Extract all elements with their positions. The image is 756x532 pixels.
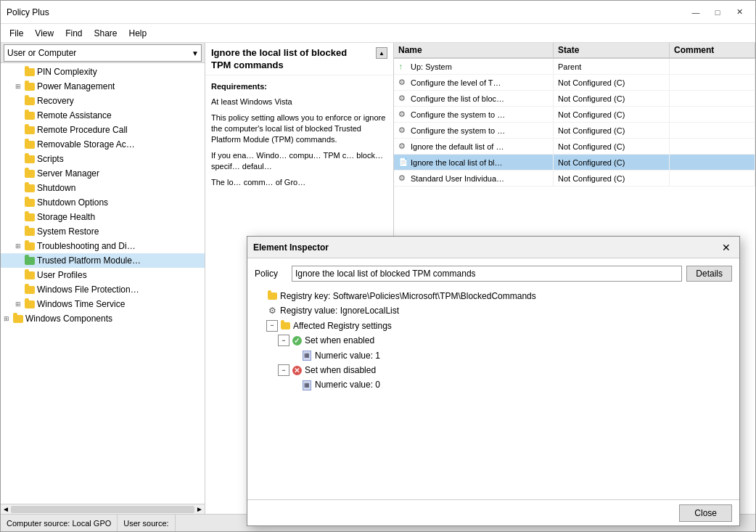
- cell-name-r5: ⚙ Ignore the default list of …: [394, 139, 554, 154]
- tree-expander-troubleshoot[interactable]: ⊞: [12, 240, 24, 252]
- cell-state-r2: Not Configured (C): [554, 91, 670, 106]
- circle-red-icon: ✕: [291, 364, 303, 376]
- cell-comment-r2: [670, 91, 755, 106]
- folder-icon-pin: [24, 67, 36, 77]
- body-text-2: If you ena… Windo… compu… TPM c… block… …: [211, 150, 387, 173]
- restore-button[interactable]: □: [707, 5, 728, 20]
- tree-item-userprofiles[interactable]: User Profiles: [1, 268, 205, 282]
- details-button[interactable]: Details: [686, 266, 732, 282]
- tree-item-storagehealth[interactable]: Storage Health: [1, 210, 205, 224]
- tree-item-servermgr[interactable]: Server Manager: [1, 166, 205, 181]
- doc-icon-r6: 📄: [398, 157, 408, 168]
- insp-text-regkey: Registry key: Software\Policies\Microsof…: [280, 289, 536, 303]
- close-button[interactable]: ✕: [729, 5, 749, 20]
- policy-tree[interactable]: PIN Complexity ⊞ Power Management Recove…: [1, 63, 205, 504]
- table-row-r3[interactable]: ⚙ Configure the system to … Not Configur…: [394, 107, 755, 123]
- tree-item-tpm[interactable]: Trusted Platform Module…: [1, 253, 205, 268]
- menu-find[interactable]: Find: [59, 26, 88, 41]
- hscroll-right-btn[interactable]: ►: [196, 505, 203, 513]
- tree-item-wintimesvc[interactable]: ⊞ Windows Time Service: [1, 297, 205, 311]
- insp-text-disabled: Set when disabled: [305, 363, 376, 377]
- insp-text-num1: Numeric value: 1: [315, 348, 380, 363]
- scope-dropdown-wrapper: User or Computer ▼: [4, 44, 202, 62]
- menu-help[interactable]: Help: [123, 26, 153, 41]
- insp-row-num1: ▦ Numeric value: 1: [255, 348, 732, 363]
- menu-bar: File View Find Share Help: [1, 24, 755, 43]
- insp-row-num0: ▦ Numeric value: 0: [255, 377, 732, 392]
- tree-item-shutdownopts[interactable]: Shutdown Options: [1, 195, 205, 210]
- tree-item-winfileprot[interactable]: Windows File Protection…: [1, 282, 205, 297]
- col-header-comment: Comment: [670, 43, 755, 57]
- menu-view[interactable]: View: [29, 26, 59, 41]
- gear-icon-r7: ⚙: [398, 173, 408, 184]
- table-row-r7[interactable]: ⚙ Standard User Individua… Not Configure…: [394, 171, 755, 187]
- tree-label-remoteassist: Remote Assistance: [37, 110, 112, 120]
- tree-label-shutdown: Shutdown: [37, 183, 75, 193]
- hscroll-left-btn[interactable]: ◄: [2, 505, 9, 513]
- folder-icon-removable: [24, 139, 36, 150]
- circle-green-icon: ✓: [291, 335, 303, 346]
- cell-name-r1: ⚙ Configure the level of T…: [394, 75, 554, 90]
- gear-icon-r4: ⚙: [398, 126, 408, 136]
- tree-item-removable[interactable]: Removable Storage Ac…: [1, 137, 205, 152]
- minimize-button[interactable]: —: [686, 5, 706, 20]
- table-row-r4[interactable]: ⚙ Configure the system to … Not Configur…: [394, 123, 755, 139]
- tree-item-shutdown[interactable]: Shutdown: [1, 181, 205, 195]
- cell-comment-r5: [670, 139, 755, 154]
- tree-item-troubleshoot[interactable]: ⊞ Troubleshooting and Di…: [1, 239, 205, 253]
- cell-name-r2: ⚙ Configure the list of bloc…: [394, 91, 554, 106]
- tree-label-userprofiles: User Profiles: [37, 270, 87, 280]
- tree-expander-wintimesvc[interactable]: ⊞: [12, 298, 24, 310]
- table-row-r1[interactable]: ⚙ Configure the level of T… Not Configur…: [394, 75, 755, 91]
- tree-item-rpc[interactable]: Remote Procedure Call: [1, 123, 205, 137]
- tree-item-power[interactable]: ⊞ Power Management: [1, 79, 205, 94]
- tree-label-rpc: Remote Procedure Call: [37, 125, 128, 135]
- tree-item-remoteassist[interactable]: Remote Assistance: [1, 108, 205, 123]
- tree-expander-power[interactable]: ⊞: [12, 81, 24, 92]
- policy-input[interactable]: [292, 266, 682, 282]
- tree-item-sysrestore[interactable]: System Restore: [1, 224, 205, 239]
- cell-state-r5: Not Configured (C): [554, 139, 670, 154]
- dialog-close-footer-button[interactable]: Close: [679, 504, 732, 522]
- cell-name-r6: 📄 Ignore the local list of bl…: [394, 155, 554, 170]
- left-panel-hscroll[interactable]: ◄ ►: [1, 504, 205, 514]
- left-panel: User or Computer ▼ PIN Complexity ⊞: [1, 43, 205, 514]
- dialog-close-button[interactable]: ✕: [719, 240, 734, 255]
- gear-icon-r3: ⚙: [398, 110, 408, 120]
- folder-icon-regkey: [266, 290, 278, 302]
- dialog-body: Policy Details Registry key: Software\Po…: [247, 258, 739, 499]
- hscroll-bar[interactable]: [11, 506, 194, 513]
- tree-expander-rpc: [12, 124, 24, 136]
- tree-label-recovery: Recovery: [37, 96, 74, 106]
- tree-item-wincomp[interactable]: ⊞ Windows Components: [1, 311, 205, 326]
- tree-expander-storagehealth: [12, 211, 24, 223]
- folder-icon-rpc: [24, 125, 36, 135]
- cell-comment-r3: [670, 107, 755, 122]
- affected-expander[interactable]: −: [266, 320, 278, 332]
- insp-row-regkey: Registry key: Software\Policies\Microsof…: [255, 289, 732, 303]
- folder-icon-shutdown: [24, 183, 36, 193]
- enabled-expander[interactable]: −: [278, 335, 289, 346]
- tree-label-servermgr: Server Manager: [37, 168, 99, 179]
- tree-item-scripts[interactable]: Scripts: [1, 152, 205, 166]
- table-row-r2[interactable]: ⚙ Configure the list of bloc… Not Config…: [394, 91, 755, 107]
- insp-row-affected: − Affected Registry settings: [255, 319, 732, 333]
- middle-scroll-up-btn[interactable]: ▲: [376, 47, 387, 59]
- cell-comment-r1: [670, 75, 755, 90]
- folder-icon-recovery: [24, 96, 36, 106]
- table-row-r5[interactable]: ⚙ Ignore the default list of … Not Confi…: [394, 139, 755, 155]
- table-row-r6[interactable]: 📄 Ignore the local list of bl… Not Confi…: [394, 155, 755, 171]
- folder-icon-remoteassist: [24, 110, 36, 120]
- scope-dropdown[interactable]: User or Computer: [4, 44, 202, 62]
- tree-item-recovery[interactable]: Recovery: [1, 94, 205, 108]
- menu-share[interactable]: Share: [88, 26, 123, 41]
- insp-text-affected: Affected Registry settings: [293, 319, 392, 333]
- middle-header: Ignore the local list of blocked TPM com…: [205, 43, 393, 75]
- cell-state-r7: Not Configured (C): [554, 171, 670, 186]
- tree-expander-wincomp[interactable]: ⊞: [1, 313, 12, 324]
- folder-icon-sysrestore: [24, 226, 36, 237]
- table-row-up[interactable]: ↑ Up: System Parent: [394, 59, 755, 75]
- menu-file[interactable]: File: [4, 26, 29, 41]
- disabled-expander[interactable]: −: [278, 364, 289, 376]
- tree-item-pin[interactable]: PIN Complexity: [1, 65, 205, 79]
